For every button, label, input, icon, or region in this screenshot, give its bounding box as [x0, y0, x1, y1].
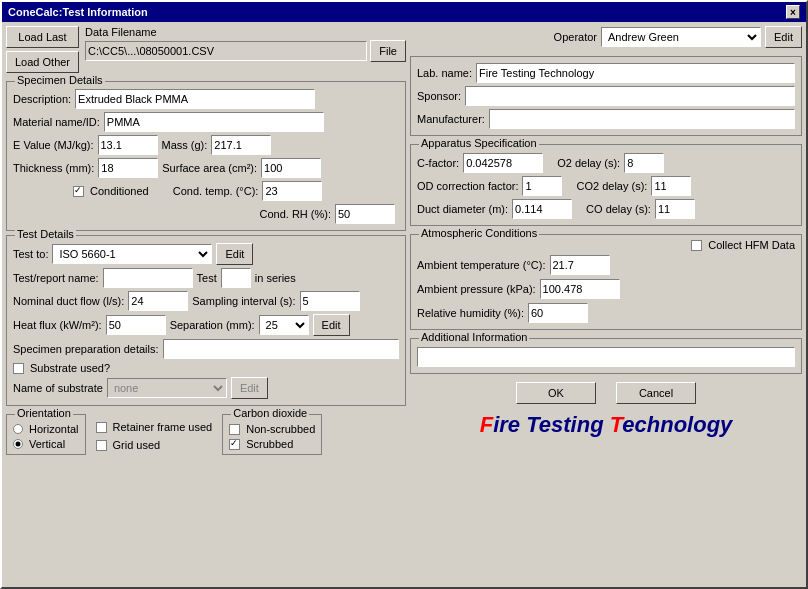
c-factor-input[interactable]: [463, 153, 543, 173]
test-details-label: Test Details: [15, 228, 76, 240]
in-series-label: in series: [255, 272, 296, 284]
nominal-duct-input[interactable]: [128, 291, 188, 311]
substrate-label: Substrate used?: [30, 362, 110, 374]
close-button[interactable]: ×: [786, 5, 800, 19]
data-filename-input[interactable]: [85, 41, 367, 61]
operator-select[interactable]: Andrew Green: [601, 27, 761, 47]
material-label: Material name/ID:: [13, 116, 100, 128]
heat-flux-input[interactable]: [106, 315, 166, 335]
test-to-edit-button[interactable]: Edit: [216, 243, 253, 265]
retainer-grid-group: Retainer frame used Grid used: [96, 414, 213, 455]
ftt-logo: Fire Testing Technology: [410, 412, 802, 438]
cond-temp-label: Cond. temp. (°C):: [173, 185, 259, 197]
load-last-button[interactable]: Load Last: [6, 26, 79, 48]
conditioned-checkbox[interactable]: [73, 186, 84, 197]
material-input[interactable]: [104, 112, 324, 132]
specimen-details-label: Specimen Details: [15, 74, 105, 86]
lab-name-label: Lab. name:: [417, 67, 472, 79]
manufacturer-input[interactable]: [489, 109, 795, 129]
substrate-name-select: none: [107, 378, 227, 398]
test-to-label: Test to:: [13, 248, 48, 260]
test-number-input[interactable]: [221, 268, 251, 288]
test-label: Test: [197, 272, 217, 284]
ambient-temp-label: Ambient temperature (°C):: [417, 259, 546, 271]
description-input[interactable]: [75, 89, 315, 109]
collect-hfm-checkbox[interactable]: [691, 240, 702, 251]
substrate-checkbox[interactable]: [13, 363, 24, 374]
additional-label: Additional Information: [419, 331, 529, 343]
surface-area-label: Surface area (cm²):: [162, 162, 257, 174]
lab-name-input[interactable]: [476, 63, 795, 83]
co2-delay-label: CO2 delay (s):: [576, 180, 647, 192]
manufacturer-label: Manufacturer:: [417, 113, 485, 125]
test-report-label: Test/report name:: [13, 272, 99, 284]
sponsor-input[interactable]: [465, 86, 795, 106]
co-delay-input[interactable]: [655, 199, 695, 219]
carbon-dioxide-group: Carbon dioxide Non-scrubbed Scrubbed: [222, 414, 322, 455]
cancel-button[interactable]: Cancel: [616, 382, 696, 404]
relative-humidity-label: Relative humidity (%):: [417, 307, 524, 319]
separation-select[interactable]: 25: [259, 315, 309, 335]
co-delay-label: CO delay (s):: [586, 203, 651, 215]
non-scrubbed-checkbox[interactable]: [229, 424, 240, 435]
e-value-input[interactable]: [98, 135, 158, 155]
heat-flux-label: Heat flux (kW/m²):: [13, 319, 102, 331]
o2-delay-input[interactable]: [624, 153, 664, 173]
thickness-input[interactable]: [98, 158, 158, 178]
retainer-frame-label: Retainer frame used: [113, 421, 213, 433]
additional-info-input[interactable]: [417, 347, 795, 367]
surface-area-input[interactable]: [261, 158, 321, 178]
horizontal-label: Horizontal: [29, 423, 79, 435]
scrubbed-label: Scrubbed: [246, 438, 293, 450]
sponsor-label: Sponsor:: [417, 90, 461, 102]
apparatus-group: Apparatus Specification C-factor: O2 del…: [410, 144, 802, 226]
main-window: ConeCalc:Test Information × Load Last Lo…: [0, 0, 808, 589]
relative-humidity-input[interactable]: [528, 303, 588, 323]
od-correction-input[interactable]: [522, 176, 562, 196]
file-button[interactable]: File: [370, 40, 406, 62]
test-report-input[interactable]: [103, 268, 193, 288]
orientation-group: Orientation Horizontal Vertical: [6, 414, 86, 455]
collect-hfm-label: Collect HFM Data: [708, 239, 795, 251]
grid-used-label: Grid used: [113, 439, 161, 451]
separation-edit-button[interactable]: Edit: [313, 314, 350, 336]
sampling-interval-label: Sampling interval (s):: [192, 295, 295, 307]
operator-edit-button[interactable]: Edit: [765, 26, 802, 48]
retainer-frame-checkbox[interactable]: [96, 422, 107, 433]
mass-input[interactable]: [211, 135, 271, 155]
vertical-radio[interactable]: [13, 439, 23, 449]
additional-group: Additional Information: [410, 338, 802, 374]
separation-label: Separation (mm):: [170, 319, 255, 331]
duct-diameter-input[interactable]: [512, 199, 572, 219]
scrubbed-checkbox[interactable]: [229, 439, 240, 450]
cond-rh-input[interactable]: [335, 204, 395, 224]
orientation-label: Orientation: [15, 407, 73, 419]
specimen-details-group: Specimen Details Description: Material n…: [6, 81, 406, 231]
horizontal-radio[interactable]: [13, 424, 23, 434]
conditioned-label: Conditioned: [90, 185, 149, 197]
data-filename-label: Data Filename: [85, 26, 406, 38]
operator-label: Operator: [554, 31, 597, 43]
specimen-prep-input[interactable]: [163, 339, 399, 359]
cond-temp-input[interactable]: [262, 181, 322, 201]
ok-button[interactable]: OK: [516, 382, 596, 404]
ambient-temp-input[interactable]: [550, 255, 610, 275]
specimen-prep-label: Specimen preparation details:: [13, 343, 159, 355]
sampling-interval-input[interactable]: [300, 291, 360, 311]
co2-delay-input[interactable]: [651, 176, 691, 196]
mass-label: Mass (g):: [162, 139, 208, 151]
test-to-select[interactable]: ISO 5660-1: [52, 244, 212, 264]
title-bar: ConeCalc:Test Information ×: [2, 2, 806, 22]
load-other-button[interactable]: Load Other: [6, 51, 79, 73]
ambient-pressure-label: Ambient pressure (kPa):: [417, 283, 536, 295]
ambient-pressure-input[interactable]: [540, 279, 620, 299]
vertical-label: Vertical: [29, 438, 65, 450]
lab-group: Lab. name: Sponsor: Manufacturer:: [410, 56, 802, 136]
grid-used-checkbox[interactable]: [96, 440, 107, 451]
window-title: ConeCalc:Test Information: [8, 6, 148, 18]
non-scrubbed-label: Non-scrubbed: [246, 423, 315, 435]
duct-diameter-label: Duct diameter (m):: [417, 203, 508, 215]
atmospheric-label: Atmospheric Conditions: [419, 227, 539, 239]
test-details-group: Test Details Test to: ISO 5660-1 Edit Te…: [6, 235, 406, 406]
description-label: Description:: [13, 93, 71, 105]
